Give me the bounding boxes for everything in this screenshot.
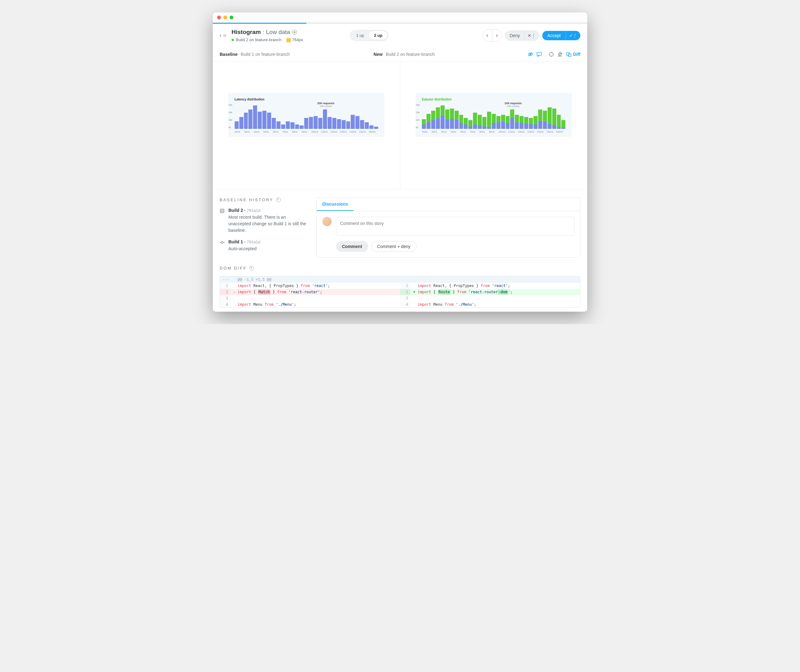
- comment-input[interactable]: [336, 217, 574, 235]
- maximize-window-icon[interactable]: [230, 16, 234, 19]
- comment-button[interactable]: Comment: [336, 241, 368, 252]
- deny-button[interactable]: Deny ✕⋮: [505, 30, 539, 40]
- deny-batch-icon[interactable]: ✕⋮: [524, 31, 539, 40]
- status-icon: ⊖: [292, 30, 297, 35]
- baseline-pane: Latency distribution 209 requests 105-11…: [213, 61, 400, 189]
- minimize-window-icon[interactable]: [223, 16, 227, 19]
- nav-group: [482, 29, 502, 42]
- svg-rect-17: [220, 209, 224, 213]
- build-indicator: Build 2 on feature-branch: [232, 37, 282, 42]
- new-label: New: [373, 52, 382, 57]
- help-icon[interactable]: ?: [276, 197, 281, 202]
- build-item[interactable]: Build 1 791a1dAuto-accepted: [220, 239, 307, 252]
- page-title: Histogram : Low data ⊖: [232, 29, 303, 35]
- domdiff-title: DOM DIFF ?: [220, 266, 580, 270]
- accept-batch-icon[interactable]: ✓⋮: [566, 31, 580, 40]
- list-icon: [223, 34, 227, 38]
- close-window-icon[interactable]: [217, 16, 221, 19]
- baseline-build: Build 1 on feature-branch: [241, 52, 290, 57]
- focus-icon[interactable]: [549, 51, 554, 57]
- page-header: Histogram : Low data ⊖ Build 2 on featur…: [213, 24, 587, 47]
- new-chart: Eatueor distribution 209 requests 105-11…: [416, 93, 571, 137]
- comment-icon[interactable]: [536, 51, 542, 57]
- baseline-history: BASELINE HISTORY ? Build 2 791a1dMost re…: [220, 197, 307, 258]
- svg-rect-15: [566, 53, 569, 55]
- chevron-left-icon: [220, 32, 222, 39]
- help-icon[interactable]: ?: [249, 266, 254, 270]
- svg-point-5: [223, 36, 224, 37]
- next-button[interactable]: [492, 30, 502, 41]
- history-title: BASELINE HISTORY ?: [220, 197, 307, 202]
- new-pane: Eatueor distribution 209 requests 105-11…: [400, 61, 587, 189]
- comment-deny-button[interactable]: Comment + deny: [371, 241, 416, 252]
- baseline-chart: Latency distribution 209 requests 105-11…: [229, 93, 384, 137]
- svg-rect-16: [568, 54, 571, 56]
- diff-table: ··· @@ -1,5 +1,5 @@1 import React, { Pro…: [220, 276, 580, 308]
- svg-point-9: [549, 52, 553, 56]
- diff-toggle[interactable]: Diff: [566, 51, 580, 57]
- toggle-2up[interactable]: 2 up: [369, 31, 387, 40]
- compare-header: Baseline Build 1 on feature-branch New B…: [213, 47, 587, 61]
- tab-discussions[interactable]: Discussions: [317, 198, 354, 211]
- accept-button[interactable]: Accept ✓⋮: [542, 31, 580, 40]
- viewport-indicator: 764px: [286, 37, 303, 42]
- avatar: [322, 217, 332, 226]
- new-build: Build 2 on feature-branch: [386, 52, 435, 57]
- svg-rect-18: [221, 210, 223, 212]
- snapshot-icon: [220, 208, 225, 213]
- svg-point-3: [223, 35, 224, 35]
- chevron-right-icon: [496, 34, 498, 38]
- app-window: Histogram : Low data ⊖ Build 2 on featur…: [213, 13, 587, 312]
- commit-icon: [220, 240, 225, 245]
- svg-point-19: [221, 242, 223, 243]
- window-chrome: [213, 13, 587, 23]
- prev-button[interactable]: [483, 30, 492, 41]
- toggle-1up[interactable]: 1 up: [351, 31, 369, 40]
- ignore-icon[interactable]: [557, 51, 563, 57]
- discussion-panel: Discussions Comment Comment + deny: [316, 197, 580, 258]
- view-toggle: 1 up 2 up: [350, 30, 389, 41]
- back-button[interactable]: [220, 32, 227, 39]
- svg-rect-8: [537, 52, 541, 55]
- visibility-icon[interactable]: [528, 51, 533, 57]
- diff-icon: [566, 51, 571, 57]
- dom-diff-section: DOM DIFF ? ··· @@ -1,5 +1,5 @@1 import R…: [213, 258, 587, 312]
- compare-body: Latency distribution 209 requests 105-11…: [213, 61, 587, 189]
- build-item[interactable]: Build 2 791a1dMost recent build. There i…: [220, 208, 307, 234]
- baseline-label: Baseline: [220, 52, 238, 57]
- chevron-left-icon: [486, 34, 488, 38]
